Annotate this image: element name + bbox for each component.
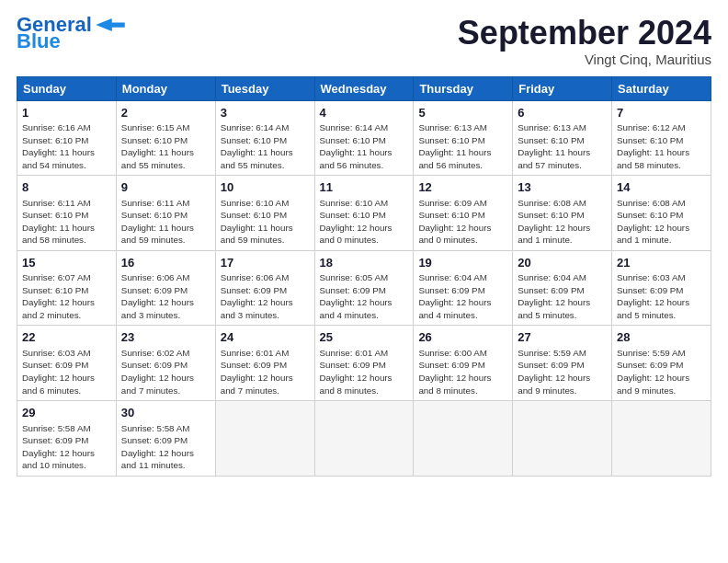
day-info: Sunrise: 6:04 AMSunset: 6:09 PMDaylight:… [518, 272, 590, 320]
day-cell [612, 401, 711, 477]
day-number: 13 [518, 179, 607, 196]
day-info: Sunrise: 5:58 AMSunset: 6:09 PMDaylight:… [22, 423, 95, 471]
day-number: 14 [617, 179, 706, 196]
day-cell: 27Sunrise: 5:59 AMSunset: 6:09 PMDayligh… [513, 326, 612, 401]
day-cell: 17Sunrise: 6:06 AMSunset: 6:09 PMDayligh… [215, 250, 314, 326]
day-info: Sunrise: 6:05 AMSunset: 6:09 PMDaylight:… [320, 272, 392, 320]
day-number: 25 [320, 329, 409, 346]
day-cell: 25Sunrise: 6:01 AMSunset: 6:09 PMDayligh… [314, 326, 414, 401]
day-number: 30 [121, 405, 210, 421]
day-number: 6 [518, 105, 607, 121]
day-number: 18 [320, 255, 409, 271]
calendar-body: 1Sunrise: 6:16 AMSunset: 6:10 PMDaylight… [17, 100, 711, 476]
day-info: Sunrise: 6:02 AMSunset: 6:09 PMDaylight:… [121, 348, 194, 396]
day-info: Sunrise: 6:09 AMSunset: 6:10 PMDaylight:… [418, 198, 491, 246]
day-info: Sunrise: 6:03 AMSunset: 6:09 PMDaylight:… [617, 272, 689, 320]
week-row-3: 22Sunrise: 6:03 AMSunset: 6:09 PMDayligh… [17, 326, 711, 401]
day-cell: 2Sunrise: 6:15 AMSunset: 6:10 PMDaylight… [116, 100, 215, 176]
day-number: 4 [320, 105, 409, 121]
day-cell: 1Sunrise: 6:16 AMSunset: 6:10 PMDaylight… [17, 100, 117, 176]
day-info: Sunrise: 6:06 AMSunset: 6:09 PMDaylight:… [221, 272, 293, 320]
col-tuesday: Tuesday [215, 76, 314, 100]
day-cell: 24Sunrise: 6:01 AMSunset: 6:09 PMDayligh… [215, 326, 314, 401]
day-cell: 15Sunrise: 6:07 AMSunset: 6:10 PMDayligh… [17, 250, 117, 326]
day-number: 10 [221, 179, 310, 196]
day-cell: 29Sunrise: 5:58 AMSunset: 6:09 PMDayligh… [17, 401, 117, 477]
day-cell: 10Sunrise: 6:10 AMSunset: 6:10 PMDayligh… [215, 176, 314, 251]
day-cell: 6Sunrise: 6:13 AMSunset: 6:10 PMDaylight… [513, 100, 612, 176]
week-row-0: 1Sunrise: 6:16 AMSunset: 6:10 PMDaylight… [17, 100, 711, 176]
day-info: Sunrise: 6:11 AMSunset: 6:10 PMDaylight:… [22, 198, 95, 246]
day-cell [414, 401, 513, 477]
week-row-2: 15Sunrise: 6:07 AMSunset: 6:10 PMDayligh… [17, 250, 711, 326]
day-cell: 16Sunrise: 6:06 AMSunset: 6:09 PMDayligh… [116, 250, 215, 326]
day-number: 24 [221, 329, 310, 346]
day-cell: 18Sunrise: 6:05 AMSunset: 6:09 PMDayligh… [314, 250, 414, 326]
day-info: Sunrise: 6:14 AMSunset: 6:10 PMDaylight:… [320, 122, 392, 170]
svg-marker-0 [96, 18, 125, 31]
day-cell [314, 401, 414, 477]
day-cell: 4Sunrise: 6:14 AMSunset: 6:10 PMDaylight… [314, 100, 414, 176]
day-cell: 30Sunrise: 5:58 AMSunset: 6:09 PMDayligh… [116, 401, 215, 477]
calendar-table: Sunday Monday Tuesday Wednesday Thursday… [17, 76, 711, 477]
day-info: Sunrise: 6:16 AMSunset: 6:10 PMDaylight:… [22, 122, 95, 170]
logo: General Blue [17, 15, 125, 52]
day-info: Sunrise: 6:08 AMSunset: 6:10 PMDaylight:… [518, 198, 590, 246]
day-info: Sunrise: 6:13 AMSunset: 6:10 PMDaylight:… [418, 122, 491, 170]
col-thursday: Thursday [414, 76, 513, 100]
day-info: Sunrise: 6:06 AMSunset: 6:09 PMDaylight:… [121, 272, 194, 320]
day-cell: 21Sunrise: 6:03 AMSunset: 6:09 PMDayligh… [612, 250, 711, 326]
day-cell: 9Sunrise: 6:11 AMSunset: 6:10 PMDaylight… [116, 176, 215, 251]
day-cell: 13Sunrise: 6:08 AMSunset: 6:10 PMDayligh… [513, 176, 612, 251]
day-info: Sunrise: 6:14 AMSunset: 6:10 PMDaylight:… [221, 122, 293, 170]
day-cell [513, 401, 612, 477]
logo-blue-text: Blue [17, 31, 61, 52]
day-info: Sunrise: 6:00 AMSunset: 6:09 PMDaylight:… [418, 348, 491, 396]
day-cell: 28Sunrise: 5:59 AMSunset: 6:09 PMDayligh… [612, 326, 711, 401]
day-info: Sunrise: 6:03 AMSunset: 6:09 PMDaylight:… [22, 348, 95, 396]
day-number: 8 [22, 179, 111, 196]
day-cell [215, 401, 314, 477]
day-cell: 5Sunrise: 6:13 AMSunset: 6:10 PMDaylight… [414, 100, 513, 176]
day-cell: 19Sunrise: 6:04 AMSunset: 6:09 PMDayligh… [414, 250, 513, 326]
day-number: 9 [121, 179, 210, 196]
day-cell: 7Sunrise: 6:12 AMSunset: 6:10 PMDaylight… [612, 100, 711, 176]
day-info: Sunrise: 6:08 AMSunset: 6:10 PMDaylight:… [617, 198, 689, 246]
day-cell: 14Sunrise: 6:08 AMSunset: 6:10 PMDayligh… [612, 176, 711, 251]
page: General Blue September 2024 Vingt Cinq, … [0, 0, 728, 563]
day-info: Sunrise: 6:07 AMSunset: 6:10 PMDaylight:… [22, 272, 95, 320]
day-number: 19 [418, 255, 507, 271]
day-cell: 12Sunrise: 6:09 AMSunset: 6:10 PMDayligh… [414, 176, 513, 251]
day-number: 28 [617, 329, 706, 346]
day-cell: 8Sunrise: 6:11 AMSunset: 6:10 PMDaylight… [17, 176, 117, 251]
day-info: Sunrise: 6:15 AMSunset: 6:10 PMDaylight:… [121, 122, 194, 170]
day-info: Sunrise: 5:59 AMSunset: 6:09 PMDaylight:… [518, 348, 590, 396]
day-number: 2 [121, 105, 210, 121]
day-number: 16 [121, 255, 210, 271]
day-number: 26 [418, 329, 507, 346]
day-cell: 26Sunrise: 6:00 AMSunset: 6:09 PMDayligh… [414, 326, 513, 401]
day-number: 12 [418, 179, 507, 196]
day-number: 23 [121, 329, 210, 346]
day-info: Sunrise: 6:11 AMSunset: 6:10 PMDaylight:… [121, 198, 194, 246]
day-number: 15 [22, 255, 111, 271]
col-sunday: Sunday [17, 76, 117, 100]
day-number: 17 [221, 255, 310, 271]
day-info: Sunrise: 6:01 AMSunset: 6:09 PMDaylight:… [320, 348, 392, 396]
day-info: Sunrise: 6:13 AMSunset: 6:10 PMDaylight:… [518, 122, 590, 170]
day-number: 7 [617, 105, 706, 121]
week-row-1: 8Sunrise: 6:11 AMSunset: 6:10 PMDaylight… [17, 176, 711, 251]
day-info: Sunrise: 6:01 AMSunset: 6:09 PMDaylight:… [221, 348, 293, 396]
day-number: 21 [617, 255, 706, 271]
day-number: 5 [418, 105, 507, 121]
day-number: 29 [22, 405, 111, 421]
day-info: Sunrise: 5:58 AMSunset: 6:09 PMDaylight:… [121, 423, 194, 471]
day-info: Sunrise: 5:59 AMSunset: 6:09 PMDaylight:… [617, 348, 689, 396]
month-title: September 2024 [458, 15, 711, 52]
col-friday: Friday [513, 76, 612, 100]
col-monday: Monday [116, 76, 215, 100]
day-number: 11 [320, 179, 409, 196]
day-info: Sunrise: 6:04 AMSunset: 6:09 PMDaylight:… [418, 272, 491, 320]
day-info: Sunrise: 6:10 AMSunset: 6:10 PMDaylight:… [221, 198, 293, 246]
day-info: Sunrise: 6:12 AMSunset: 6:10 PMDaylight:… [617, 122, 689, 170]
